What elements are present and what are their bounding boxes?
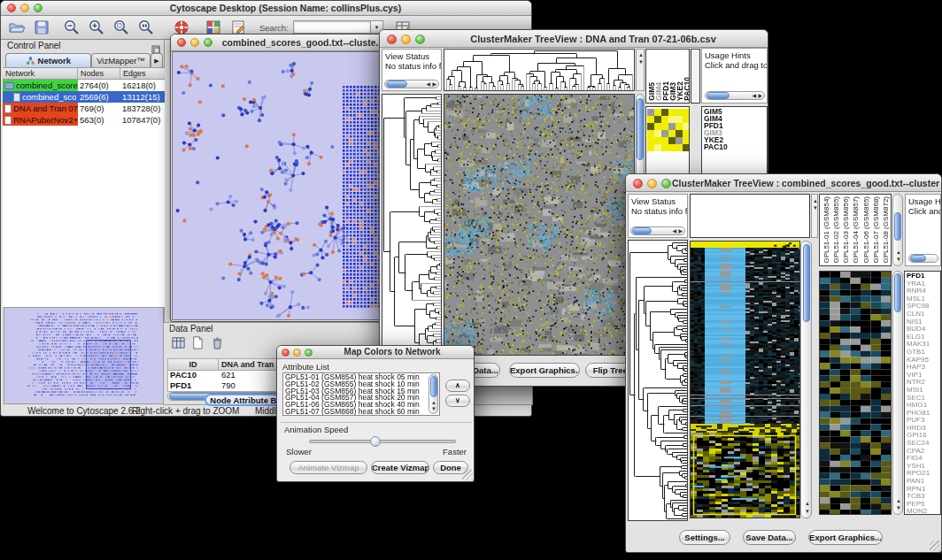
tv1-view-status-info: No status info f (385, 61, 441, 71)
tv1-hints-hscrollbar[interactable]: ◀▶ (705, 91, 765, 100)
tv2-column-label[interactable]: GPL51-02 (GSM855) (831, 196, 841, 264)
close-button[interactable] (387, 35, 397, 44)
tv2-column-label[interactable]: GPL51-03 (GSM856) (841, 196, 851, 264)
close-button[interactable] (282, 349, 290, 357)
network-row[interactable]: RNAPuberNov2+l563(0)107847(0) (3, 114, 165, 126)
tv2-column-label[interactable]: GPL51-08 (GSM872) (881, 196, 891, 264)
tv2-column-labels: GPL51-01 (GSM854)GPL51-02 (GSM855)GPL51-… (819, 194, 892, 266)
tv2-column-label[interactable]: GPL51-06 (GSM865) (861, 196, 871, 264)
search-input[interactable] (293, 20, 371, 34)
dialog-titlebar[interactable]: Map Colors to Network (277, 346, 474, 359)
tv2-gene-vscrollbar[interactable]: ▲▼ (892, 271, 903, 515)
new-attribute-icon[interactable] (190, 335, 205, 354)
attribute-down-button[interactable]: ∨ (445, 395, 470, 407)
col-header-nodes[interactable]: Nodes (78, 68, 120, 79)
select-attributes-icon[interactable] (171, 335, 186, 354)
tv2-column-label[interactable]: GPL51-07 (GSM868) (871, 196, 881, 264)
zoom-button[interactable] (415, 35, 425, 44)
animation-speed-thumb[interactable] (370, 436, 381, 447)
network-row[interactable]: combined_sco2569(6)13112(15) (3, 91, 165, 103)
minimize-button[interactable] (401, 35, 411, 44)
tv2-heatmap-vscrollbar[interactable]: ▲▼ (800, 241, 812, 518)
network-overview-canvas[interactable] (4, 308, 163, 402)
tv1-column-dendrogram-panel[interactable] (444, 49, 635, 91)
close-button[interactable] (177, 38, 186, 47)
tv2-row-dendrogram[interactable] (629, 241, 687, 520)
tv2-export-graphics-button[interactable]: Export Graphics... (808, 530, 883, 545)
tv1-export-graphics-button[interactable]: Export Graphics... (509, 363, 580, 378)
zoom-button[interactable] (305, 349, 313, 357)
animate-vizmap-button[interactable]: Animate Vizmap (290, 461, 367, 474)
tv2-settings-button[interactable]: Settings... (679, 530, 730, 545)
tv2-column-tree-panel[interactable] (690, 194, 810, 238)
tv2-column-label[interactable]: GPL51-01 (GSM854) (822, 196, 831, 264)
tv2-label-vscrollbar[interactable]: ▲▼ (892, 194, 903, 266)
zoom-out-icon[interactable] (63, 19, 81, 36)
save-icon[interactable] (33, 19, 50, 36)
tv1-gene-label[interactable]: PAC10 (704, 143, 767, 150)
minimize-button[interactable] (293, 349, 301, 357)
tv2-column-label[interactable]: GPL51-04 (GSM857) (851, 196, 861, 264)
tv1-heatmap[interactable] (444, 95, 634, 355)
resize-grip[interactable] (462, 470, 473, 480)
tv1-status-hscrollbar[interactable]: ◀▶ (384, 80, 439, 88)
tab-vizmapper[interactable]: VizMapper™ (91, 53, 151, 67)
treeview2-titlebar[interactable]: ClusterMaker TreeView : combined_scores_… (626, 174, 941, 192)
minimize-button[interactable] (190, 38, 199, 47)
network-row[interactable]: DNA and Tran 07769(0)183728(0) (3, 103, 165, 114)
resize-grip[interactable] (930, 541, 940, 551)
col-header-edges[interactable]: Edges (120, 68, 165, 79)
tv1-col-scroll-strip[interactable]: ▲▼ (636, 49, 645, 91)
network-overview-panel[interactable] (4, 307, 164, 404)
tv1-zoom-matrix[interactable] (647, 109, 690, 151)
tv1-column-label[interactable]: PAC10 (683, 77, 690, 101)
delete-attribute-icon[interactable] (210, 335, 225, 354)
tv2-save-data-button[interactable]: Save Data... (743, 530, 796, 545)
tv2-gene-label[interactable]: MON2 (907, 508, 940, 515)
open-folder-icon[interactable] (8, 19, 26, 36)
network-view-window: combined_scores_good.txt--cluste... (170, 34, 397, 322)
minimize-button[interactable] (20, 4, 29, 12)
tv2-col-scroll-strip[interactable]: ▲▼ (811, 194, 818, 238)
network-row[interactable]: combined_scores2764(0)16218(0) (3, 80, 165, 91)
tv2-heatmap-panel[interactable] (690, 241, 800, 518)
tab-overflow-arrow[interactable]: ▶ (151, 53, 163, 67)
col-header-network[interactable]: Network (3, 68, 78, 79)
data-col-id[interactable]: ID (167, 358, 219, 371)
close-button[interactable] (7, 4, 16, 12)
zoom-button[interactable] (204, 38, 212, 47)
tv1-row-dendrogram-panel[interactable] (382, 94, 442, 356)
treeview1-titlebar[interactable]: ClusterMaker TreeView : DNA and Tran 07-… (380, 30, 768, 48)
minimize-button[interactable] (647, 179, 657, 188)
zoom-button[interactable] (661, 179, 671, 188)
network-view-titlebar[interactable]: combined_scores_good.txt--cluste... (171, 35, 396, 51)
attribute-list-vscrollbar[interactable]: ▲▼ (429, 374, 438, 414)
tv1-column-dendrogram[interactable] (444, 50, 634, 90)
tv1-label-scroll-strip[interactable] (691, 49, 700, 104)
close-button[interactable] (633, 179, 643, 188)
zoom-selected-icon[interactable] (112, 19, 130, 36)
tv2-heatmap[interactable] (691, 242, 799, 518)
zoom-in-icon[interactable] (88, 19, 105, 36)
tv2-status-hscrollbar[interactable]: ◀▶ (630, 226, 685, 235)
network-row-edges: 16218(0) (120, 81, 165, 90)
tv1-usage-hints-info: Click and drag to (705, 60, 768, 70)
attribute-up-button[interactable]: ∧ (445, 380, 470, 392)
attribute-item[interactable]: GPL51-07 (GSM868) heat shock 60 min (285, 409, 437, 416)
main-titlebar[interactable]: Cytoscape Desktop (Session Name: collins… (1, 1, 531, 16)
tv2-hints-hscrollbar[interactable] (908, 254, 938, 263)
network-canvas[interactable] (173, 52, 394, 319)
zoom-button[interactable] (34, 4, 42, 12)
tv1-row-dendrogram[interactable] (382, 95, 441, 355)
tab-network[interactable]: Network (5, 53, 91, 67)
tv2-zoom-heatmap-panel[interactable] (819, 271, 892, 515)
attribute-listbox[interactable]: GPL51-01 (GSM854) heat shock 05 minGPL51… (282, 372, 440, 416)
tv2-row-dendrogram-panel[interactable] (628, 240, 688, 521)
zoom-fit-icon[interactable] (137, 19, 155, 36)
tv1-heatmap-panel[interactable] (444, 94, 635, 356)
tv2-gene-list: PFD1YRA1RNR4MSL1SPC98CLN1NIS1BUD4ELG1MAK… (904, 271, 941, 515)
create-vizmap-button[interactable]: Create Vizmap (371, 461, 429, 474)
network-view-content[interactable] (172, 51, 395, 320)
animation-speed-slider[interactable] (309, 440, 456, 443)
tv2-zoom-heatmap[interactable] (820, 272, 891, 514)
